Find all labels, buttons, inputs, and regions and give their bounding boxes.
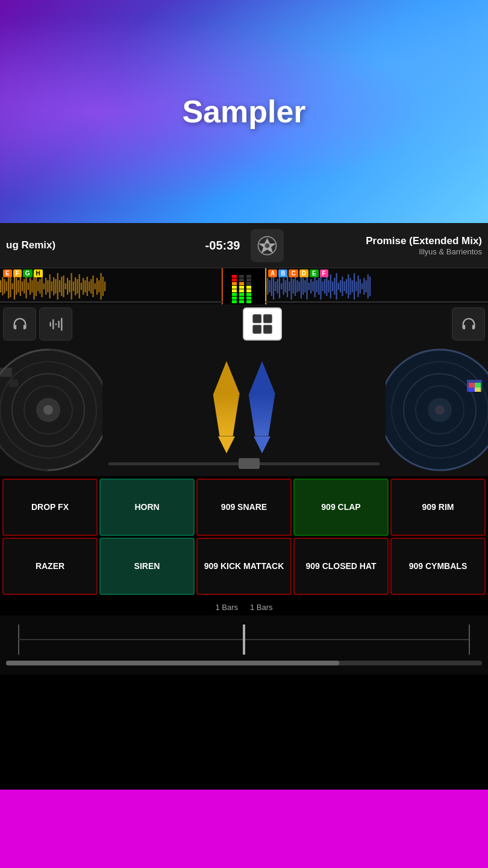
pad-siren[interactable]: SIREN xyxy=(99,538,195,595)
svg-rect-82 xyxy=(246,275,251,278)
svg-rect-17 xyxy=(28,283,29,290)
svg-rect-14 xyxy=(22,281,23,291)
eq-left-btn[interactable] xyxy=(39,307,72,341)
svg-rect-66 xyxy=(232,275,237,278)
headphone-right-btn[interactable] xyxy=(452,307,485,341)
cue-marker-E2: E xyxy=(310,269,319,277)
svg-rect-116 xyxy=(328,280,329,292)
svg-rect-69 xyxy=(239,293,244,296)
svg-rect-118 xyxy=(332,281,333,291)
svg-rect-92 xyxy=(281,283,282,289)
svg-rect-152 xyxy=(0,368,12,377)
waveform-section[interactable]: E F G H xyxy=(0,268,488,304)
svg-rect-103 xyxy=(302,278,304,295)
waveform-left[interactable]: E F G H xyxy=(0,268,223,304)
svg-rect-3 xyxy=(0,280,1,292)
svg-rect-60 xyxy=(232,297,237,300)
svg-rect-119 xyxy=(334,278,335,295)
headphone-left-btn[interactable] xyxy=(3,307,36,341)
svg-rect-107 xyxy=(310,279,311,294)
svg-rect-71 xyxy=(239,286,244,289)
svg-rect-38 xyxy=(69,280,70,292)
pad-909-closed[interactable]: 909 CLOSED HAT xyxy=(293,538,389,595)
svg-rect-24 xyxy=(42,275,43,297)
svg-rect-76 xyxy=(246,297,251,300)
sampler-pad-btn[interactable] xyxy=(243,307,282,341)
turntable-left[interactable] xyxy=(0,344,102,476)
timeline-playhead[interactable] xyxy=(243,624,245,655)
svg-rect-114 xyxy=(324,279,325,294)
scrub-fill xyxy=(6,661,339,665)
svg-rect-49 xyxy=(90,279,92,294)
svg-rect-124 xyxy=(344,281,345,291)
vu-meter-svg xyxy=(229,270,259,303)
track-info-right: Promise (Extended Mix) Illyus & Barrient… xyxy=(289,235,482,256)
track-title-right: Promise (Extended Mix) xyxy=(289,235,482,247)
svg-rect-13 xyxy=(20,277,21,296)
svg-rect-100 xyxy=(296,280,298,292)
svg-rect-41 xyxy=(75,277,76,295)
svg-rect-164 xyxy=(475,388,481,392)
svg-rect-123 xyxy=(342,277,343,296)
pad-909-clap[interactable]: 909 CLAP xyxy=(293,479,389,536)
svg-rect-54 xyxy=(101,273,102,300)
svg-rect-90 xyxy=(277,279,278,294)
svg-rect-75 xyxy=(246,300,251,303)
svg-rect-51 xyxy=(95,283,96,289)
svg-rect-34 xyxy=(61,277,62,296)
pads-row-1: DROP FX HORN 909 SNARE 909 CLAP 909 RIM xyxy=(2,479,486,536)
timeline-track[interactable] xyxy=(6,624,482,655)
pad-razer[interactable]: RAZER xyxy=(2,538,98,595)
pad-909-snare-label: 909 SNARE xyxy=(221,502,267,512)
pad-909-rim-label: 909 RIM xyxy=(422,502,454,512)
pitch-fader-left[interactable] xyxy=(213,361,240,453)
svg-point-151 xyxy=(43,405,53,415)
svg-rect-5 xyxy=(4,279,5,294)
svg-rect-72 xyxy=(239,282,244,285)
svg-rect-74 xyxy=(239,275,244,278)
svg-rect-115 xyxy=(326,277,327,296)
svg-rect-101 xyxy=(299,281,300,291)
svg-rect-70 xyxy=(239,289,244,292)
svg-rect-85 xyxy=(267,278,268,295)
transport-section xyxy=(0,615,488,675)
cue-marker-B: B xyxy=(278,269,287,277)
svg-rect-26 xyxy=(45,278,46,295)
faders-center xyxy=(102,344,386,476)
crossfader[interactable] xyxy=(102,462,386,465)
pad-razer-label: RAZER xyxy=(36,561,64,571)
svg-rect-52 xyxy=(96,278,98,295)
svg-rect-4 xyxy=(2,277,3,295)
svg-rect-141 xyxy=(263,315,272,323)
cue-marker-F: F xyxy=(13,269,22,277)
svg-rect-47 xyxy=(87,277,88,296)
svg-rect-133 xyxy=(361,283,363,289)
cue-marker-A: A xyxy=(268,269,277,277)
vu-center xyxy=(223,268,265,304)
svg-rect-30 xyxy=(53,277,54,295)
svg-rect-108 xyxy=(312,281,313,291)
pad-drop-fx[interactable]: DROP FX xyxy=(2,479,98,536)
pad-horn[interactable]: HORN xyxy=(99,479,195,536)
pad-909-snare[interactable]: 909 SNARE xyxy=(196,479,292,536)
svg-rect-79 xyxy=(246,286,251,289)
waveform-right[interactable]: A B C D E F xyxy=(265,268,488,304)
pad-909-cymbals[interactable]: 909 CYMBALS xyxy=(390,538,486,595)
svg-rect-31 xyxy=(55,279,56,294)
svg-rect-96 xyxy=(289,281,290,291)
pad-909-rim[interactable]: 909 RIM xyxy=(390,479,486,536)
pitch-fader-right[interactable] xyxy=(249,361,275,453)
svg-rect-132 xyxy=(360,279,361,294)
turntable-right[interactable] xyxy=(386,344,488,476)
svg-rect-62 xyxy=(232,289,237,292)
pad-909-kick[interactable]: 909 KICK MATTACK xyxy=(196,538,292,595)
svg-rect-109 xyxy=(314,275,316,297)
svg-point-159 xyxy=(435,405,445,415)
turntable-section xyxy=(0,344,488,476)
svg-rect-63 xyxy=(232,286,237,289)
scrub-bar[interactable] xyxy=(6,661,482,665)
controls-row xyxy=(0,304,488,344)
svg-rect-68 xyxy=(239,297,244,300)
svg-rect-40 xyxy=(73,281,74,291)
svg-rect-81 xyxy=(246,278,251,281)
